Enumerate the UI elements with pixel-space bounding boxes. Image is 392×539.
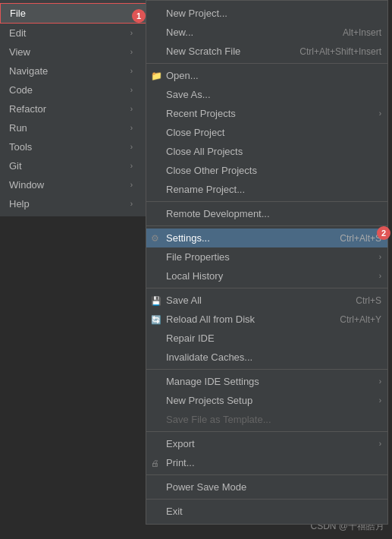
- dropdown-item-new[interactable]: New... Alt+Insert: [146, 23, 387, 42]
- dropdown-item-close-other-projects[interactable]: Close Other Projects: [146, 161, 387, 180]
- dropdown-item-save-as[interactable]: Save As...: [146, 85, 387, 104]
- menubar-item-tools[interactable]: Tools ›: [0, 137, 148, 156]
- chevron-right-icon: ›: [130, 86, 133, 94]
- dropdown-item-open[interactable]: 📁 Open...: [146, 66, 387, 85]
- dropdown-item-new-scratch-file[interactable]: New Scratch File Ctrl+Alt+Shift+Insert: [146, 42, 387, 61]
- menubar-item-git[interactable]: Git ›: [0, 156, 148, 175]
- separator: [146, 63, 387, 64]
- menubar-item-view[interactable]: View ›: [0, 43, 148, 61]
- separator: [146, 474, 387, 475]
- dropdown-item-close-project[interactable]: Close Project: [146, 123, 387, 142]
- menubar-item-run[interactable]: Run ›: [0, 118, 148, 137]
- menubar-item-edit[interactable]: Edit ›: [0, 24, 148, 43]
- chevron-right-icon: ›: [379, 440, 381, 448]
- dropdown-item-close-all-projects[interactable]: Close All Projects: [146, 142, 387, 161]
- gear-icon: ⚙: [151, 233, 159, 244]
- reload-icon: 🔄: [151, 314, 162, 324]
- file-dropdown-menu: New Project... New... Alt+Insert New Scr…: [146, 0, 388, 525]
- menubar-item-refactor[interactable]: Refactor ›: [0, 99, 148, 118]
- dropdown-item-recent-projects[interactable]: Recent Projects ›: [146, 104, 387, 123]
- menubar-item-code[interactable]: Code ›: [0, 80, 148, 99]
- badge-1: 1: [132, 9, 146, 23]
- chevron-right-icon: ›: [130, 200, 133, 208]
- chevron-right-icon: ›: [130, 48, 133, 56]
- menubar-item-help[interactable]: Help ›: [0, 194, 148, 213]
- menubar-item-navigate[interactable]: Navigate ›: [0, 61, 148, 80]
- menubar-item-window[interactable]: Window ›: [0, 175, 148, 194]
- dropdown-item-rename-project[interactable]: Rename Project...: [146, 180, 387, 199]
- chevron-right-icon: ›: [130, 181, 133, 189]
- chevron-right-icon: ›: [379, 109, 381, 118]
- badge-2: 2: [377, 226, 390, 240]
- chevron-right-icon: ›: [130, 162, 133, 170]
- dropdown-item-manage-ide-settings[interactable]: Manage IDE Settings ›: [146, 372, 387, 391]
- separator: [146, 201, 387, 202]
- chevron-right-icon: ›: [130, 143, 133, 151]
- dropdown-item-invalidate-caches[interactable]: Invalidate Caches...: [146, 348, 387, 367]
- dropdown-item-exit[interactable]: Exit: [146, 502, 387, 521]
- dropdown-item-export[interactable]: Export ›: [146, 434, 387, 453]
- chevron-right-icon: ›: [379, 253, 381, 261]
- dropdown-item-local-history[interactable]: Local History ›: [146, 266, 387, 285]
- dropdown-item-new-project[interactable]: New Project...: [146, 4, 387, 23]
- chevron-right-icon: ›: [379, 377, 381, 386]
- dropdown-item-file-properties[interactable]: File Properties ›: [146, 247, 387, 266]
- menubar-item-file[interactable]: File: [0, 3, 148, 24]
- chevron-right-icon: ›: [130, 29, 133, 37]
- dropdown-item-print[interactable]: 🖨 Print...: [146, 453, 387, 472]
- print-icon: 🖨: [151, 459, 159, 468]
- chevron-right-icon: ›: [130, 105, 133, 113]
- dropdown-item-repair-ide[interactable]: Repair IDE: [146, 329, 387, 348]
- dropdown-item-reload-all[interactable]: 🔄 Reload All from Disk Ctrl+Alt+Y: [146, 310, 387, 329]
- separator: [146, 288, 387, 288]
- dropdown-item-save-all[interactable]: 💾 Save All Ctrl+S: [146, 291, 387, 310]
- dropdown-item-power-save-mode[interactable]: Power Save Mode: [146, 478, 387, 496]
- dropdown-item-new-projects-setup[interactable]: New Projects Setup ›: [146, 391, 387, 410]
- dropdown-item-settings[interactable]: ⚙ Settings... Ctrl+Alt+S: [146, 229, 387, 247]
- chevron-right-icon: ›: [130, 67, 133, 75]
- dropdown-item-save-file-as-template: Save File as Template...: [146, 410, 387, 429]
- chevron-right-icon: ›: [130, 124, 133, 132]
- chevron-right-icon: ›: [379, 396, 381, 405]
- chevron-right-icon: ›: [379, 272, 381, 280]
- separator: [146, 225, 387, 226]
- save-icon: 💾: [151, 295, 162, 305]
- separator: [146, 499, 387, 500]
- folder-icon: 📁: [151, 71, 162, 81]
- separator: [146, 431, 387, 432]
- separator: [146, 369, 387, 370]
- dropdown-item-remote-development[interactable]: Remote Development...: [146, 204, 387, 223]
- menubar: File Edit › View › Navigate › Code › Ref…: [0, 0, 148, 216]
